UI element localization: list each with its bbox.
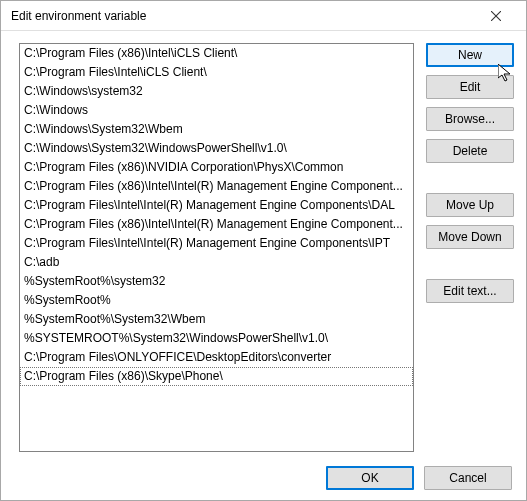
list-item[interactable]: C:\Windows\system32 — [20, 82, 413, 101]
list-item[interactable]: C:\Program Files\ONLYOFFICE\DesktopEdito… — [20, 348, 413, 367]
list-item[interactable]: C:\Program Files (x86)\NVIDIA Corporatio… — [20, 158, 413, 177]
edit-text-button[interactable]: Edit text... — [426, 279, 514, 303]
path-listbox[interactable]: C:\Program Files (x86)\Intel\iCLS Client… — [19, 43, 414, 452]
close-icon — [491, 11, 501, 21]
list-item[interactable]: C:\Program Files (x86)\Skype\Phone\ — [20, 367, 413, 386]
list-item[interactable]: C:\Program Files\Intel\Intel(R) Manageme… — [20, 196, 413, 215]
ok-button[interactable]: OK — [326, 466, 414, 490]
list-item[interactable]: C:\Program Files\Intel\Intel(R) Manageme… — [20, 234, 413, 253]
list-item[interactable]: C:\Windows — [20, 101, 413, 120]
cancel-button[interactable]: Cancel — [424, 466, 512, 490]
list-item[interactable]: C:\adb — [20, 253, 413, 272]
dialog-content: C:\Program Files (x86)\Intel\iCLS Client… — [1, 31, 526, 500]
list-item[interactable]: %SystemRoot%\system32 — [20, 272, 413, 291]
edit-button[interactable]: Edit — [426, 75, 514, 99]
side-buttons: New Edit Browse... Delete Move Up Move D… — [426, 43, 514, 452]
bottom-row: OK Cancel — [19, 452, 514, 490]
main-row: C:\Program Files (x86)\Intel\iCLS Client… — [19, 43, 514, 452]
list-item[interactable]: C:\Program Files\Intel\iCLS Client\ — [20, 63, 413, 82]
list-item[interactable]: C:\Program Files (x86)\Intel\Intel(R) Ma… — [20, 177, 413, 196]
titlebar: Edit environment variable — [1, 1, 526, 31]
list-item[interactable]: C:\Windows\System32\Wbem — [20, 120, 413, 139]
list-item[interactable]: C:\Program Files (x86)\Intel\iCLS Client… — [20, 44, 413, 63]
list-item[interactable]: C:\Windows\System32\WindowsPowerShell\v1… — [20, 139, 413, 158]
list-item[interactable]: %SystemRoot% — [20, 291, 413, 310]
list-item[interactable]: C:\Program Files (x86)\Intel\Intel(R) Ma… — [20, 215, 413, 234]
window-title: Edit environment variable — [11, 9, 473, 23]
new-button[interactable]: New — [426, 43, 514, 67]
list-inner: C:\Program Files (x86)\Intel\iCLS Client… — [20, 44, 413, 451]
list-item[interactable]: %SystemRoot%\System32\Wbem — [20, 310, 413, 329]
dialog-window: Edit environment variable C:\Program Fil… — [0, 0, 527, 501]
browse-button[interactable]: Browse... — [426, 107, 514, 131]
list-item[interactable]: %SYSTEMROOT%\System32\WindowsPowerShell\… — [20, 329, 413, 348]
close-button[interactable] — [473, 2, 518, 30]
move-up-button[interactable]: Move Up — [426, 193, 514, 217]
move-down-button[interactable]: Move Down — [426, 225, 514, 249]
delete-button[interactable]: Delete — [426, 139, 514, 163]
